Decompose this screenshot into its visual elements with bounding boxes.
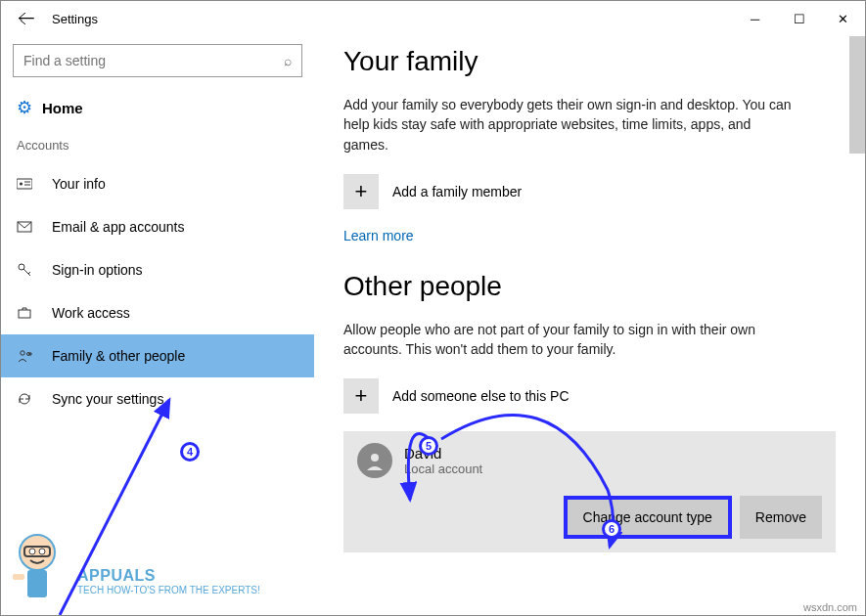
watermark-tagline: TECH HOW-TO'S FROM THE EXPERTS! bbox=[77, 585, 260, 595]
close-button[interactable]: ✕ bbox=[821, 1, 865, 36]
nav-label: Your info bbox=[52, 176, 106, 192]
add-family-member[interactable]: + Add a family member bbox=[343, 174, 836, 209]
nav-email-accounts[interactable]: Email & app accounts bbox=[1, 205, 314, 248]
family-desc: Add your family so everybody gets their … bbox=[343, 95, 794, 154]
maximize-button[interactable]: ☐ bbox=[777, 1, 821, 36]
other-heading: Other people bbox=[343, 271, 836, 302]
nav-work-access[interactable]: Work access bbox=[1, 291, 314, 334]
add-other-label: Add someone else to this PC bbox=[392, 388, 570, 404]
window-title: Settings bbox=[52, 12, 98, 26]
nav-family-other-people[interactable]: Family & other people bbox=[1, 334, 314, 377]
main-panel: Your family Add your family so everybody… bbox=[314, 36, 865, 615]
mail-icon bbox=[17, 219, 40, 235]
search-input[interactable] bbox=[23, 53, 284, 68]
person-card[interactable]: David Local account Change account type … bbox=[343, 431, 836, 552]
svg-point-13 bbox=[371, 454, 379, 462]
home-link[interactable]: ⚙ Home bbox=[1, 91, 314, 132]
svg-rect-8 bbox=[19, 310, 30, 318]
nav-label: Work access bbox=[52, 305, 130, 321]
nav-label: Sign-in options bbox=[52, 262, 143, 278]
person-name: David bbox=[404, 445, 482, 462]
nav-signin-options[interactable]: Sign-in options bbox=[1, 248, 314, 291]
add-family-label: Add a family member bbox=[392, 184, 522, 199]
home-label: Home bbox=[42, 100, 83, 116]
nav-sync-settings[interactable]: Sync your settings bbox=[1, 377, 314, 420]
appuals-mascot bbox=[3, 525, 81, 613]
people-icon bbox=[17, 348, 40, 364]
nav-your-info[interactable]: Your info bbox=[1, 162, 314, 205]
learn-more-link[interactable]: Learn more bbox=[343, 228, 414, 243]
back-button[interactable]: 🡠 bbox=[9, 1, 44, 36]
person-card-icon bbox=[17, 176, 40, 192]
svg-point-1 bbox=[20, 182, 23, 185]
key-icon bbox=[17, 262, 40, 278]
gear-icon: ⚙ bbox=[17, 97, 32, 118]
avatar-icon bbox=[357, 443, 392, 478]
plus-icon: + bbox=[343, 174, 379, 209]
site-credit: wsxdn.com bbox=[803, 601, 857, 613]
svg-rect-0 bbox=[17, 179, 32, 189]
search-box[interactable]: ⌕ bbox=[13, 44, 302, 77]
annotation-bubble-6: 6 bbox=[602, 519, 621, 539]
svg-point-17 bbox=[29, 549, 35, 554]
plus-icon: + bbox=[343, 378, 379, 414]
watermark: APPUALS TECH HOW-TO'S FROM THE EXPERTS! bbox=[77, 567, 260, 595]
annotation-bubble-5: 5 bbox=[419, 436, 438, 456]
svg-point-18 bbox=[39, 549, 45, 554]
person-subtitle: Local account bbox=[404, 462, 482, 476]
titlebar: 🡠 Settings ─ ☐ ✕ bbox=[1, 1, 865, 36]
svg-line-7 bbox=[28, 272, 30, 274]
search-icon: ⌕ bbox=[284, 53, 292, 68]
other-desc: Allow people who are not part of your fa… bbox=[343, 320, 794, 360]
watermark-brand: APPUALS bbox=[77, 567, 260, 585]
scrollbar[interactable] bbox=[849, 36, 865, 154]
minimize-button[interactable]: ─ bbox=[733, 1, 777, 36]
category-label: Accounts bbox=[1, 132, 314, 162]
remove-button[interactable]: Remove bbox=[740, 496, 822, 539]
add-someone-else[interactable]: + Add someone else to this PC bbox=[343, 378, 836, 414]
sync-icon bbox=[17, 391, 40, 407]
nav-label: Email & app accounts bbox=[52, 219, 184, 235]
family-heading: Your family bbox=[343, 46, 836, 77]
svg-rect-19 bbox=[27, 570, 47, 597]
svg-point-9 bbox=[21, 351, 24, 355]
briefcase-icon bbox=[17, 305, 40, 321]
nav-label: Family & other people bbox=[52, 348, 185, 364]
annotation-bubble-4: 4 bbox=[180, 442, 200, 462]
change-account-type-button[interactable]: Change account type bbox=[564, 496, 732, 539]
svg-rect-20 bbox=[13, 574, 24, 580]
nav-label: Sync your settings bbox=[52, 391, 163, 407]
